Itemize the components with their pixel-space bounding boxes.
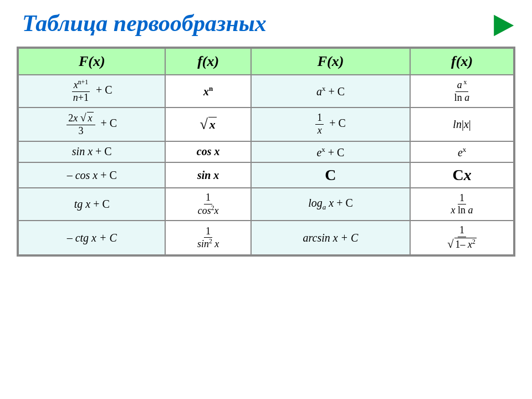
cell-4-2: sin x (165, 162, 250, 188)
cell-2-2: √x (165, 108, 250, 141)
cell-6-4: 1 √1– x2 (410, 221, 514, 254)
table-row: – cos x + C sin x C Cx (18, 162, 514, 188)
table-row: tg x + C 1 cos2x loga x + C 1 (18, 188, 514, 221)
cell-3-2: cos x (165, 141, 250, 163)
page-title: Таблица первообразных (22, 10, 532, 37)
table-row: – ctg x + C 1 sin2 x arcsin x + C 1 (18, 221, 514, 254)
cell-5-2: 1 cos2x (165, 188, 250, 221)
col-header-fx1: F(x) (18, 48, 165, 75)
cell-1-1: xn+1 n+1 + C (18, 75, 165, 108)
cell-3-4: ex (410, 141, 514, 163)
cell-2-1: 2x √x 3 + C (18, 108, 165, 141)
cell-6-1: – ctg x + C (18, 221, 165, 254)
cell-3-1: sin x + C (18, 141, 165, 163)
cell-6-3: arcsin x + C (251, 221, 410, 254)
table-row: xn+1 n+1 + C xn ax + C a x ln (18, 75, 514, 108)
col-header-fx3: F(x) (251, 48, 410, 75)
col-header-fx2: f(x) (165, 48, 250, 75)
main-table: F(x) f(x) F(x) f(x) xn+1 n+1 + C (17, 47, 515, 257)
cell-1-2: xn (165, 75, 250, 108)
cell-5-3: loga x + C (251, 188, 410, 221)
cell-4-3: C (251, 162, 410, 188)
table-row: sin x + C cos x ex + C ex (18, 141, 514, 163)
cell-4-1: – cos x + C (18, 162, 165, 188)
table-row: 2x √x 3 + C √x (18, 108, 514, 141)
cell-1-3: ax + C (251, 75, 410, 108)
cell-3-3: ex + C (251, 141, 410, 163)
col-header-fx4: f(x) (410, 48, 514, 75)
cell-5-1: tg x + C (18, 188, 165, 221)
cell-6-2: 1 sin2 x (165, 221, 250, 254)
cell-2-3: 1 x + C (251, 108, 410, 141)
cell-2-4: ln|x| (410, 108, 514, 141)
cell-5-4: 1 x ln a (410, 188, 514, 221)
cell-4-4: Cx (410, 162, 514, 188)
cell-1-4: a x ln a (410, 75, 514, 108)
